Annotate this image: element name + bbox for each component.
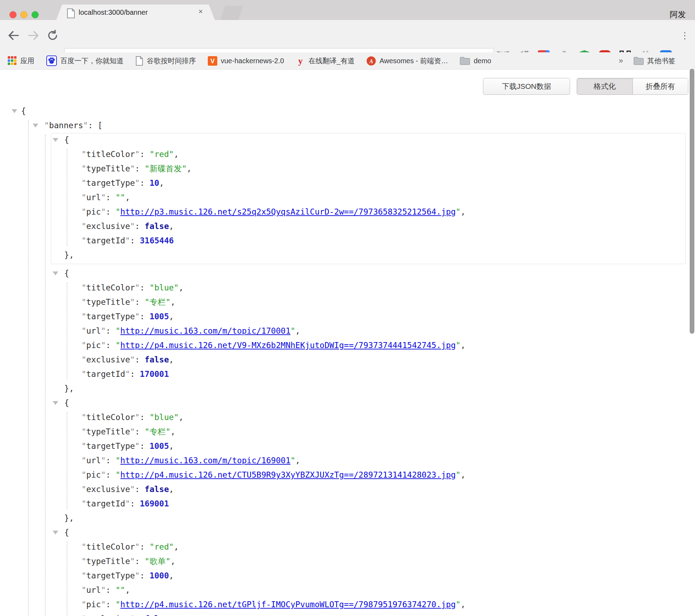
collapse-toggle-icon[interactable] [53,271,58,275]
bookmark-item-5[interactable]: AAwesomes - 前端资… [366,56,448,66]
json-line: "exclusive": false, [0,353,695,367]
svg-text:A: A [369,58,373,64]
collapse-toggle-icon[interactable] [53,138,58,142]
bookmark-label: vue-hackernews-2.0 [221,57,284,65]
json-string-value: "blue" [150,413,179,422]
json-line: "url": "", [0,190,695,205]
json-line: "url": "http://music.163.com/m/topic/169… [0,453,695,468]
json-number-value: 3165446 [140,236,174,245]
window-minimize-button[interactable] [20,11,27,18]
json-key: pic [86,600,101,609]
json-object-close: }, [0,248,695,262]
tab-close-icon[interactable]: × [198,8,203,15]
json-string-value: "新碟首发" [145,164,187,173]
reload-button[interactable] [45,28,60,43]
json-line: "exclusive": false [0,612,695,616]
browser-profile-name[interactable]: 阿发 [670,9,686,20]
bookmark-label: demo [474,57,491,65]
json-boolean-value: false [145,355,169,364]
json-key: exclusive [86,222,130,231]
json-line: "targetId": 170001 [0,367,695,381]
json-line: "targetId": 169001 [0,497,695,511]
bookmarks-bar: 应用百度一下，你就知道谷歌按时间排序Vvue-hackernews-2.0y在线… [0,52,695,70]
json-object-open: { [0,133,695,147]
json-url-link[interactable]: http://p4.music.126.net/tGPljf-IMOCyPvum… [120,600,456,609]
json-line: "typeTitle": "专栏", [0,425,695,439]
json-key: pic [86,341,101,350]
json-viewer: {"banners": [{"titleColor": "red","typeT… [0,104,695,616]
collapse-toggle-icon[interactable] [53,401,58,405]
folder-icon [634,57,644,65]
browser-menu-button[interactable]: ⋮ [676,28,691,43]
bookmark-item-3[interactable]: Vvue-hackernews-2.0 [208,56,284,66]
browser-tab[interactable]: localhost:3000/banner × [56,5,215,20]
format-button[interactable]: 格式化 [577,78,633,94]
collapse-all-button[interactable]: 折叠所有 [633,78,688,94]
json-banners-key-line: "banners": [ [0,118,695,133]
json-string-value: "" [115,585,125,595]
download-json-button[interactable]: 下载JSON数据 [483,78,570,95]
new-tab-button[interactable] [220,6,243,20]
forward-button[interactable] [26,28,41,43]
json-number-value: 170001 [140,369,169,379]
json-key: targetId [86,369,125,379]
bookmark-item-2[interactable]: 谷歌按时间排序 [135,56,196,66]
json-line: "url": "http://music.163.com/m/topic/170… [0,324,695,338]
bookmark-item-0[interactable]: 应用 [8,56,34,66]
json-string-value: "blue" [150,283,179,292]
json-key: typeTitle [86,557,130,566]
json-url-link[interactable]: http://p4.music.126.net/CTU5B9R9y3XyYBZX… [120,470,456,479]
page-favicon-icon [67,8,75,20]
json-boolean-value: false [145,485,169,494]
json-string-value: "red" [150,150,174,159]
bookmark-label: 在线翻译_有道 [309,56,355,66]
json-key: titleColor [86,413,135,422]
apps-grid-icon [8,56,17,65]
vertical-scrollbar[interactable] [690,69,694,334]
json-line: "targetId": 3165446 [0,234,695,248]
collapse-toggle-icon[interactable] [53,531,58,535]
json-key: targetType [86,571,135,580]
json-number-value: 10 [150,178,159,188]
json-key: url [86,326,101,335]
youdao-icon: y [296,56,305,66]
bookmark-item-1[interactable]: 百度一下，你就知道 [46,55,124,66]
json-number-value: 1005 [150,441,169,451]
json-key: titleColor [86,150,135,159]
json-url-link[interactable]: http://music.163.com/m/topic/170001 [120,326,291,335]
json-array-item: {"titleColor": "blue","typeTitle": "专栏",… [0,266,695,396]
json-key: targetType [86,178,135,188]
bookmarks-overflow-chevron-icon[interactable]: » [619,56,623,65]
json-line: "targetType": 1000, [0,569,695,583]
json-array-item: {"titleColor": "red","typeTitle": "歌单","… [0,525,695,616]
collapse-toggle-icon[interactable] [12,109,17,113]
window-maximize-button[interactable] [32,11,39,18]
back-button[interactable] [6,28,21,43]
json-number-value: 1005 [150,312,169,321]
json-number-value: 1000 [150,571,169,580]
json-line: "url": "", [0,583,695,597]
window-close-button[interactable] [9,11,16,18]
json-line: "targetType": 1005, [0,309,695,324]
bookmark-item-4[interactable]: y在线翻译_有道 [296,56,355,66]
json-key: url [86,193,101,202]
collapse-toggle-icon[interactable] [33,124,38,127]
json-url-link[interactable]: http://p4.music.126.net/V9-MXz6b2MNhEKju… [120,341,456,350]
json-key: targetType [86,441,135,451]
folder-icon [460,57,470,65]
json-key: targetId [86,499,125,508]
json-line: "typeTitle": "专栏", [0,295,695,309]
json-root-open: { [0,104,695,118]
json-url-link[interactable]: http://music.163.com/m/topic/169001 [120,456,291,465]
bookmark-item-6[interactable]: demo [460,57,491,65]
json-key: titleColor [86,283,135,292]
bookmark-item-other[interactable]: 其他书签 [634,56,675,66]
json-line: "pic": "http://p4.music.126.net/tGPljf-I… [0,597,695,612]
json-key: exclusive [86,355,130,364]
json-key: titleColor [86,542,135,551]
svg-text:V: V [210,58,214,65]
json-line: "titleColor": "blue", [0,410,695,425]
json-key: pic [86,470,101,479]
vue-icon: V [208,56,217,66]
json-url-link[interactable]: http://p3.music.126.net/s25q2x5QyqsAzilC… [120,207,456,216]
